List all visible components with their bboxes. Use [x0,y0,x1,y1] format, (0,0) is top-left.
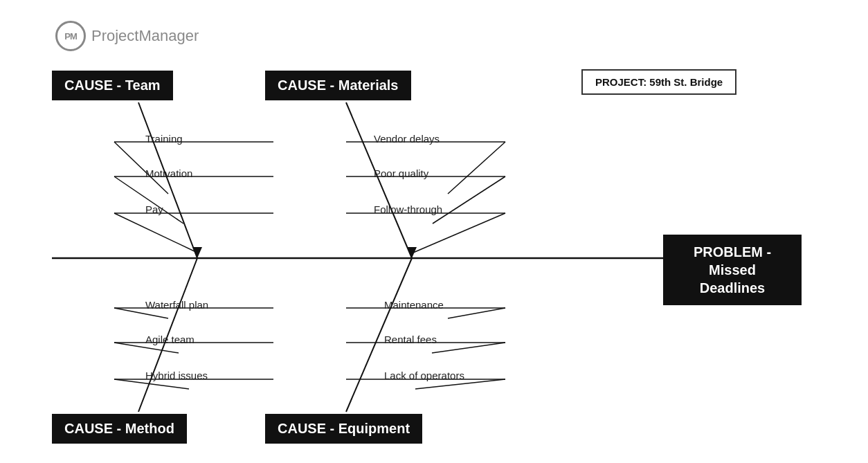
svg-line-28 [432,343,505,353]
svg-line-9 [346,102,412,258]
svg-line-8 [114,213,197,253]
cause-team-box: CAUSE - Team [52,71,173,100]
equipment-label-maintenance: Maintenance [384,299,444,311]
svg-line-26 [448,308,505,318]
equipment-label-operators: Lack of operators [384,370,464,381]
logo-icon: PM [55,21,86,51]
method-label-agile: Agile team [145,334,195,345]
materials-label-quality: Poor quality [374,167,428,179]
svg-marker-10 [407,247,417,258]
svg-marker-2 [192,247,202,258]
cause-materials-box: CAUSE - Materials [265,71,411,100]
materials-label-followthrough: Follow-through [374,203,442,215]
cause-equipment-box: CAUSE - Equipment [265,414,422,444]
fishbone-diagram [0,0,868,463]
cause-method-box: CAUSE - Method [52,414,187,444]
svg-line-14 [433,176,505,224]
equipment-label-rental: Rental fees [384,334,437,345]
svg-line-1 [138,102,197,258]
team-label-motivation: Motivation [145,167,192,179]
svg-line-16 [413,213,505,253]
project-label: PROJECT: 59th St. Bridge [581,69,736,95]
materials-label-vendor: Vendor delays [374,133,440,145]
method-label-hybrid: Hybrid issues [145,370,208,381]
team-label-pay: Pay [145,203,163,215]
logo: PM ProjectManager [55,21,199,51]
method-label-waterfall: Waterfall plan [145,299,208,311]
team-label-training: Training [145,133,183,145]
svg-line-6 [114,176,183,224]
svg-line-12 [448,142,505,194]
logo-name: ProjectManager [91,27,199,45]
problem-box: PROBLEM - Missed Deadlines [663,235,802,305]
